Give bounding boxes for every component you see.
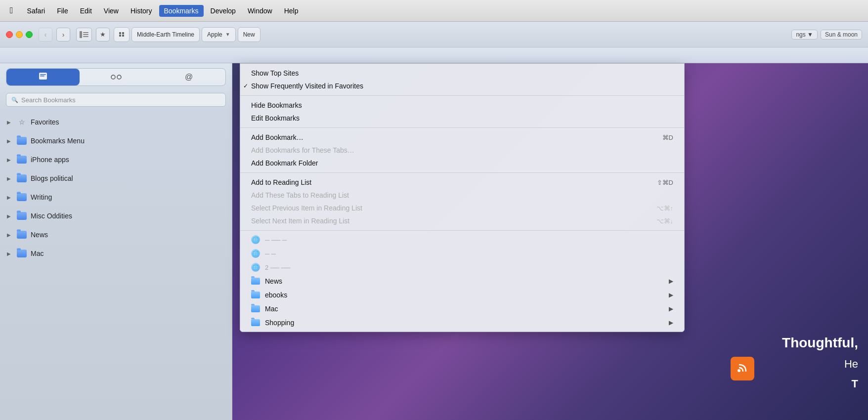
add-bookmark-shortcut: ⌘D xyxy=(662,134,673,141)
menu-section-1: Show Top Sites ✓ Show Frequently Visited… xyxy=(240,64,684,96)
sidebar-item-iphone-apps[interactable]: ▶ iPhone apps xyxy=(0,150,232,169)
menu-add-reading-list-label: Add to Reading List xyxy=(251,178,311,186)
minimize-button[interactable] xyxy=(16,31,23,38)
main-area: @ 🔍 Search Bookmarks ▶ ☆ Favorites xyxy=(0,63,868,420)
svg-point-7 xyxy=(111,75,115,79)
blogs-political-folder-icon xyxy=(17,174,27,182)
menu-bottom-globe-1[interactable]: 🌐 ─ ── ─ xyxy=(240,233,684,247)
menu-item-add-bookmark[interactable]: Add Bookmark… ⌘D xyxy=(240,131,684,144)
menu-help[interactable]: Help xyxy=(279,5,304,17)
menu-select-prev-reading-list-label: Select Previous Item in Reading List xyxy=(251,204,362,212)
iphone-apps-folder-icon xyxy=(17,156,27,164)
sidebar-tab-bookmarks[interactable] xyxy=(6,69,80,85)
sidebar-resize-handle[interactable] xyxy=(229,63,232,420)
menu-item-show-top-sites[interactable]: Show Top Sites xyxy=(240,67,684,80)
writing-chevron: ▶ xyxy=(7,195,13,200)
menu-bottom-ebooks[interactable]: ebooks ▶ xyxy=(240,288,684,302)
sidebar-item-mac[interactable]: ▶ Mac xyxy=(0,244,232,263)
sidebar-item-writing[interactable]: ▶ Writing xyxy=(0,188,232,207)
apple-menu[interactable]:  xyxy=(6,5,17,16)
news-folder-icon xyxy=(17,231,27,239)
sidebar-tab-reading-list[interactable] xyxy=(80,69,153,85)
tab-apple[interactable]: Apple ▼ xyxy=(202,27,236,42)
svg-point-8 xyxy=(117,75,121,79)
menu-safari[interactable]: Safari xyxy=(22,5,50,17)
menu-shopping-label: Shopping xyxy=(265,319,294,327)
menu-add-bookmark-folder-label: Add Bookmark Folder xyxy=(251,159,318,167)
tab-grid[interactable] xyxy=(114,27,130,42)
menu-item-edit-bookmarks[interactable]: Edit Bookmarks xyxy=(240,112,684,125)
tab-apple-label: Apple xyxy=(207,31,222,38)
tab-grid-icon xyxy=(119,32,124,37)
menu-item-show-frequently-visited[interactable]: ✓ Show Frequently Visited in Favorites xyxy=(240,80,684,92)
misc-oddities-chevron: ▶ xyxy=(7,213,13,219)
favorites-chevron: ▶ xyxy=(7,120,13,125)
menu-section-3: Add Bookmark… ⌘D Add Bookmarks for These… xyxy=(240,128,684,173)
bookmarks-button[interactable]: ★ xyxy=(96,28,110,42)
mac-arrow-icon: ▶ xyxy=(669,305,673,312)
sidebar-item-news[interactable]: ▶ News xyxy=(0,225,232,244)
menu-section-4: Add to Reading List ⇧⌘D Add These Tabs t… xyxy=(240,173,684,231)
news-arrow-icon: ▶ xyxy=(669,278,673,285)
menu-bottom-globe-2[interactable]: 🌐 ─ ─ xyxy=(240,247,684,260)
menu-select-next-reading-list-label: Select Next Item in Reading List xyxy=(251,217,349,225)
close-button[interactable] xyxy=(6,31,13,38)
content-text2: He xyxy=(844,358,858,371)
misc-oddities-folder-icon xyxy=(17,212,27,220)
sidebar-item-favorites[interactable]: ▶ ☆ Favorites xyxy=(0,113,232,131)
menu-item-add-reading-list[interactable]: Add to Reading List ⇧⌘D xyxy=(240,176,684,189)
menu-file[interactable]: File xyxy=(52,5,73,17)
svg-rect-0 xyxy=(80,31,82,38)
bookmarks-menu-label: Bookmarks Menu xyxy=(31,137,85,145)
menu-history[interactable]: History xyxy=(126,5,157,17)
sidebar-item-misc-oddities[interactable]: ▶ Misc Oddities xyxy=(0,207,232,225)
sidebar-tab-shared-links[interactable]: @ xyxy=(152,69,225,85)
menu-bottom-globe-3[interactable]: 🌐 2 ── ── xyxy=(240,260,684,274)
tab-extra-ngs[interactable]: ngs ▼ xyxy=(791,30,818,40)
menu-item-add-tabs-reading-list: Add These Tabs to Reading List xyxy=(240,189,684,202)
menu-develop[interactable]: Develop xyxy=(206,5,241,17)
tab-new[interactable]: New xyxy=(238,27,260,42)
sidebar-toggle-button[interactable] xyxy=(76,28,92,42)
bookmarks-tab-icon xyxy=(38,73,48,82)
search-bookmarks-input[interactable]: 🔍 Search Bookmarks xyxy=(6,93,226,107)
svg-rect-3 xyxy=(83,36,88,37)
content-text3: T xyxy=(852,378,858,390)
menu-edit-bookmarks-label: Edit Bookmarks xyxy=(251,114,300,122)
menu-view[interactable]: View xyxy=(99,5,124,17)
tab-middle-earth[interactable]: Middle-Earth Timeline xyxy=(131,27,200,42)
tab-extra-sun-moon[interactable]: Sun & moon xyxy=(821,30,862,40)
blogs-political-chevron: ▶ xyxy=(7,176,13,181)
news-label: News xyxy=(31,231,48,239)
menu-item-select-next-reading-list: Select Next Item in Reading List ⌥⌘↓ xyxy=(240,214,684,227)
menu-bottom-mac[interactable]: Mac ▶ xyxy=(240,302,684,316)
svg-point-9 xyxy=(738,369,740,372)
menu-bookmarks[interactable]: Bookmarks xyxy=(159,5,204,17)
menu-check-icon: ✓ xyxy=(243,83,248,89)
menu-item-hide-bookmarks[interactable]: Hide Bookmarks xyxy=(240,99,684,112)
forward-button[interactable]: › xyxy=(56,28,70,42)
menu-mac-label: Mac xyxy=(265,305,278,313)
bookmarks-menu-folder-icon xyxy=(17,137,27,145)
tab-extras: ngs ▼ Sun & moon xyxy=(791,30,862,40)
globe-icon-1: 🌐 xyxy=(251,235,260,244)
menu-news-label: News xyxy=(265,277,282,285)
blogs-political-label: Blogs political xyxy=(31,174,73,182)
writing-label: Writing xyxy=(31,193,52,201)
menu-item-add-bookmark-folder[interactable]: Add Bookmark Folder xyxy=(240,157,684,169)
maximize-button[interactable] xyxy=(26,31,33,38)
search-icon: 🔍 xyxy=(11,97,18,103)
menu-window[interactable]: Window xyxy=(243,5,277,17)
sidebar-item-blogs-political[interactable]: ▶ Blogs political xyxy=(0,169,232,188)
sidebar-item-bookmarks-menu[interactable]: ▶ Bookmarks Menu xyxy=(0,131,232,150)
back-button[interactable]: ‹ xyxy=(39,28,52,42)
menu-bottom-news[interactable]: News ▶ xyxy=(240,274,684,288)
menu-bottom-shopping[interactable]: Shopping ▶ xyxy=(240,316,684,330)
svg-rect-2 xyxy=(83,34,88,35)
search-bookmarks-placeholder: Search Bookmarks xyxy=(21,96,76,104)
menu-edit[interactable]: Edit xyxy=(75,5,97,17)
mac-folder-icon xyxy=(17,250,27,257)
globe-icon-3: 🌐 xyxy=(251,263,260,272)
menu-hide-bookmarks-label: Hide Bookmarks xyxy=(251,101,302,109)
globe-icon-2: 🌐 xyxy=(251,249,260,258)
